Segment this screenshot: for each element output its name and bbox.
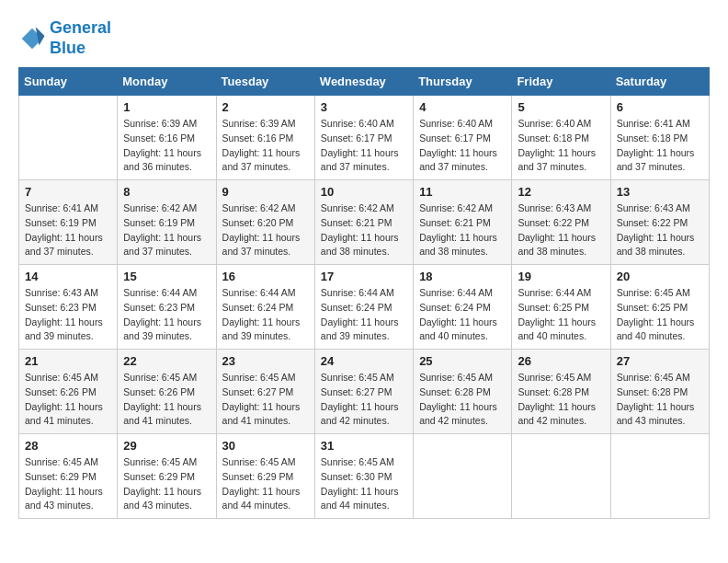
day-number: 13	[617, 185, 703, 199]
header-cell-tuesday: Tuesday	[216, 68, 314, 96]
day-number: 20	[617, 270, 703, 283]
header-cell-friday: Friday	[512, 68, 610, 96]
day-cell	[414, 434, 512, 519]
week-row-1: 1Sunrise: 6:39 AM Sunset: 6:16 PM Daylig…	[19, 96, 710, 180]
day-cell: 19Sunrise: 6:44 AM Sunset: 6:25 PM Dayli…	[512, 265, 610, 350]
day-info: Sunrise: 6:45 AM Sunset: 6:25 PM Dayligh…	[617, 286, 703, 344]
day-cell: 27Sunrise: 6:45 AM Sunset: 6:28 PM Dayli…	[610, 350, 709, 434]
week-row-5: 28Sunrise: 6:45 AM Sunset: 6:29 PM Dayli…	[19, 434, 710, 519]
day-number: 5	[518, 100, 604, 114]
calendar-table: SundayMondayTuesdayWednesdayThursdayFrid…	[18, 67, 710, 519]
day-info: Sunrise: 6:43 AM Sunset: 6:22 PM Dayligh…	[617, 201, 703, 259]
header-row: SundayMondayTuesdayWednesdayThursdayFrid…	[19, 68, 710, 96]
day-number: 4	[419, 100, 506, 114]
day-info: Sunrise: 6:41 AM Sunset: 6:19 PM Dayligh…	[25, 201, 111, 259]
day-number: 16	[222, 270, 309, 283]
day-info: Sunrise: 6:45 AM Sunset: 6:26 PM Dayligh…	[123, 371, 210, 429]
day-number: 21	[25, 354, 111, 368]
day-number: 3	[321, 100, 407, 114]
day-info: Sunrise: 6:40 AM Sunset: 6:18 PM Dayligh…	[518, 117, 604, 175]
day-number: 7	[25, 185, 111, 199]
day-number: 31	[321, 439, 407, 453]
day-number: 8	[123, 185, 210, 199]
day-cell: 29Sunrise: 6:45 AM Sunset: 6:29 PM Dayli…	[118, 434, 216, 519]
day-info: Sunrise: 6:43 AM Sunset: 6:22 PM Dayligh…	[518, 201, 604, 259]
logo-icon	[18, 25, 46, 52]
day-cell: 16Sunrise: 6:44 AM Sunset: 6:24 PM Dayli…	[216, 265, 314, 350]
day-number: 24	[321, 354, 407, 368]
day-cell: 17Sunrise: 6:44 AM Sunset: 6:24 PM Dayli…	[314, 265, 413, 350]
day-cell: 14Sunrise: 6:43 AM Sunset: 6:23 PM Dayli…	[19, 265, 118, 350]
day-number: 17	[321, 270, 407, 283]
day-info: Sunrise: 6:45 AM Sunset: 6:29 PM Dayligh…	[25, 455, 111, 513]
header-cell-saturday: Saturday	[610, 68, 709, 96]
day-number: 23	[222, 354, 309, 368]
day-info: Sunrise: 6:45 AM Sunset: 6:29 PM Dayligh…	[222, 455, 309, 513]
day-cell	[512, 434, 610, 519]
day-cell: 13Sunrise: 6:43 AM Sunset: 6:22 PM Dayli…	[610, 180, 709, 265]
header-cell-wednesday: Wednesday	[314, 68, 413, 96]
day-number: 11	[419, 185, 506, 199]
day-cell: 21Sunrise: 6:45 AM Sunset: 6:26 PM Dayli…	[19, 350, 118, 434]
day-number: 12	[518, 185, 604, 199]
week-row-4: 21Sunrise: 6:45 AM Sunset: 6:26 PM Dayli…	[19, 350, 710, 434]
day-cell: 23Sunrise: 6:45 AM Sunset: 6:27 PM Dayli…	[216, 350, 314, 434]
header-cell-sunday: Sunday	[19, 68, 118, 96]
day-cell: 30Sunrise: 6:45 AM Sunset: 6:29 PM Dayli…	[216, 434, 314, 519]
day-info: Sunrise: 6:42 AM Sunset: 6:19 PM Dayligh…	[123, 201, 210, 259]
day-cell: 15Sunrise: 6:44 AM Sunset: 6:23 PM Dayli…	[118, 265, 216, 350]
day-info: Sunrise: 6:45 AM Sunset: 6:26 PM Dayligh…	[25, 371, 111, 429]
day-number: 9	[222, 185, 309, 199]
day-number: 27	[617, 354, 703, 368]
day-cell: 22Sunrise: 6:45 AM Sunset: 6:26 PM Dayli…	[118, 350, 216, 434]
day-number: 28	[25, 439, 111, 453]
day-cell: 28Sunrise: 6:45 AM Sunset: 6:29 PM Dayli…	[19, 434, 118, 519]
day-number: 15	[123, 270, 210, 283]
day-cell: 20Sunrise: 6:45 AM Sunset: 6:25 PM Dayli…	[610, 265, 709, 350]
day-cell: 18Sunrise: 6:44 AM Sunset: 6:24 PM Dayli…	[414, 265, 512, 350]
day-info: Sunrise: 6:45 AM Sunset: 6:27 PM Dayligh…	[321, 371, 407, 429]
day-number: 22	[123, 354, 210, 368]
day-info: Sunrise: 6:39 AM Sunset: 6:16 PM Dayligh…	[222, 117, 309, 175]
day-number: 6	[617, 100, 703, 114]
day-info: Sunrise: 6:40 AM Sunset: 6:17 PM Dayligh…	[419, 117, 506, 175]
day-info: Sunrise: 6:45 AM Sunset: 6:28 PM Dayligh…	[617, 371, 703, 429]
day-number: 30	[222, 439, 309, 453]
day-cell: 31Sunrise: 6:45 AM Sunset: 6:30 PM Dayli…	[314, 434, 413, 519]
day-number: 29	[123, 439, 210, 453]
page-header: General Blue	[18, 18, 710, 58]
day-info: Sunrise: 6:45 AM Sunset: 6:28 PM Dayligh…	[518, 371, 604, 429]
day-number: 18	[419, 270, 506, 283]
calendar-body: 1Sunrise: 6:39 AM Sunset: 6:16 PM Daylig…	[19, 96, 710, 519]
day-info: Sunrise: 6:42 AM Sunset: 6:20 PM Dayligh…	[222, 201, 309, 259]
day-cell: 3Sunrise: 6:40 AM Sunset: 6:17 PM Daylig…	[314, 96, 413, 180]
day-info: Sunrise: 6:45 AM Sunset: 6:28 PM Dayligh…	[419, 371, 506, 429]
day-info: Sunrise: 6:44 AM Sunset: 6:23 PM Dayligh…	[123, 286, 210, 344]
day-number: 14	[25, 270, 111, 283]
day-cell: 12Sunrise: 6:43 AM Sunset: 6:22 PM Dayli…	[512, 180, 610, 265]
day-cell: 25Sunrise: 6:45 AM Sunset: 6:28 PM Dayli…	[414, 350, 512, 434]
day-number: 25	[419, 354, 506, 368]
day-cell: 7Sunrise: 6:41 AM Sunset: 6:19 PM Daylig…	[19, 180, 118, 265]
week-row-3: 14Sunrise: 6:43 AM Sunset: 6:23 PM Dayli…	[19, 265, 710, 350]
day-cell: 4Sunrise: 6:40 AM Sunset: 6:17 PM Daylig…	[414, 96, 512, 180]
day-number: 10	[321, 185, 407, 199]
day-info: Sunrise: 6:42 AM Sunset: 6:21 PM Dayligh…	[419, 201, 506, 259]
day-cell: 1Sunrise: 6:39 AM Sunset: 6:16 PM Daylig…	[118, 96, 216, 180]
day-info: Sunrise: 6:45 AM Sunset: 6:30 PM Dayligh…	[321, 455, 407, 513]
week-row-2: 7Sunrise: 6:41 AM Sunset: 6:19 PM Daylig…	[19, 180, 710, 265]
day-cell	[19, 96, 118, 180]
header-cell-thursday: Thursday	[414, 68, 512, 96]
day-number: 2	[222, 100, 309, 114]
day-number: 19	[518, 270, 604, 283]
day-cell: 6Sunrise: 6:41 AM Sunset: 6:18 PM Daylig…	[610, 96, 709, 180]
day-info: Sunrise: 6:44 AM Sunset: 6:24 PM Dayligh…	[222, 286, 309, 344]
day-cell: 26Sunrise: 6:45 AM Sunset: 6:28 PM Dayli…	[512, 350, 610, 434]
day-info: Sunrise: 6:41 AM Sunset: 6:18 PM Dayligh…	[617, 117, 703, 175]
day-info: Sunrise: 6:43 AM Sunset: 6:23 PM Dayligh…	[25, 286, 111, 344]
day-number: 26	[518, 354, 604, 368]
day-cell: 8Sunrise: 6:42 AM Sunset: 6:19 PM Daylig…	[118, 180, 216, 265]
day-cell: 9Sunrise: 6:42 AM Sunset: 6:20 PM Daylig…	[216, 180, 314, 265]
day-info: Sunrise: 6:42 AM Sunset: 6:21 PM Dayligh…	[321, 201, 407, 259]
day-cell	[610, 434, 709, 519]
